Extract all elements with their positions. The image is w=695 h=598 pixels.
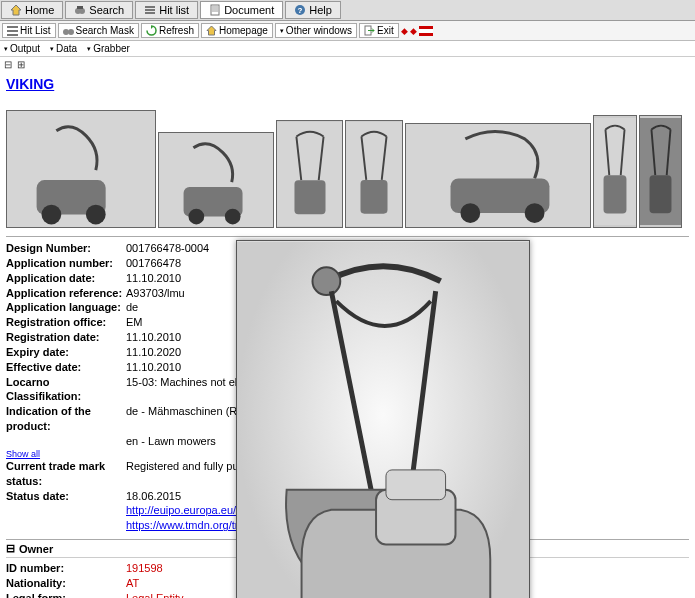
field-label: Application date: xyxy=(6,271,126,286)
svg-rect-37 xyxy=(650,175,672,213)
binoculars-icon xyxy=(74,4,86,16)
tab-search-label: Search xyxy=(89,4,124,16)
field-label: Registration office: xyxy=(6,315,126,330)
tab-home-label: Home xyxy=(25,4,54,16)
chevron-down-icon: ▾ xyxy=(4,45,8,53)
svg-point-21 xyxy=(86,205,106,225)
svg-text:?: ? xyxy=(298,6,303,15)
exit-icon xyxy=(364,25,375,36)
svg-point-39 xyxy=(312,267,340,295)
tab-help-label: Help xyxy=(309,4,332,16)
field-label: Nationality: xyxy=(6,576,126,591)
svg-rect-14 xyxy=(7,34,18,36)
hitlist-button[interactable]: Hit List xyxy=(2,23,56,38)
thumbnail[interactable] xyxy=(6,110,156,228)
other-windows-button[interactable]: ▾ Other windows xyxy=(275,23,357,38)
svg-point-25 xyxy=(225,208,241,224)
field-label: Expiry date: xyxy=(6,345,126,360)
disclosure-row: ⊟ ⊞ xyxy=(0,57,695,72)
external-link[interactable]: http://euipo.europa.eu/eS xyxy=(126,504,250,516)
field-label: Effective date: xyxy=(6,360,126,375)
tab-hitlist[interactable]: Hit list xyxy=(135,1,198,19)
thumbnail[interactable] xyxy=(405,123,591,228)
tab-hitlist-label: Hit list xyxy=(159,4,189,16)
thumbnail-strip xyxy=(6,110,689,228)
owner-heading: Owner xyxy=(19,543,53,555)
svg-point-32 xyxy=(460,203,480,223)
tab-document[interactable]: Document xyxy=(200,1,283,19)
thumbnail[interactable] xyxy=(345,120,403,228)
svg-point-20 xyxy=(42,205,62,225)
help-icon: ? xyxy=(294,4,306,16)
field-label: Current trade mark status: xyxy=(6,459,126,489)
thumbnail[interactable] xyxy=(639,115,682,228)
home-icon xyxy=(10,4,22,16)
svg-rect-2 xyxy=(77,6,83,9)
field-label: Indication of the product: xyxy=(6,404,126,434)
svg-rect-35 xyxy=(604,175,627,213)
field-label: Status date: xyxy=(6,489,126,504)
list-icon xyxy=(144,4,156,16)
field-label: Application reference: xyxy=(6,286,126,301)
field-label xyxy=(6,434,126,449)
refresh-button[interactable]: Refresh xyxy=(141,23,199,38)
marker-icon: ◆ xyxy=(410,26,417,36)
tab-strip: Home Search Hit list Document ? Help xyxy=(0,0,695,21)
homepage-button[interactable]: Homepage xyxy=(201,23,273,38)
image-preview[interactable] xyxy=(236,240,530,598)
svg-rect-4 xyxy=(145,9,155,11)
svg-rect-41 xyxy=(386,470,446,500)
expand-icon[interactable]: ⊞ xyxy=(17,59,25,70)
output-menu[interactable]: ▾Output xyxy=(4,43,40,54)
search-mask-button[interactable]: Search Mask xyxy=(58,23,139,38)
toolbar: Hit List Search Mask Refresh Homepage ▾ … xyxy=(0,21,695,41)
svg-rect-3 xyxy=(145,6,155,8)
marker-icon: ◆ xyxy=(401,26,408,36)
tab-document-label: Document xyxy=(224,4,274,16)
tab-search[interactable]: Search xyxy=(65,1,133,19)
field-label: Locarno Classifikation: xyxy=(6,375,126,405)
chevron-down-icon: ▾ xyxy=(280,27,284,35)
chevron-down-icon: ▾ xyxy=(87,45,91,53)
tab-help[interactable]: ? Help xyxy=(285,1,341,19)
flag-icon xyxy=(419,26,433,36)
list-icon xyxy=(7,25,18,36)
svg-rect-5 xyxy=(145,12,155,14)
collapse-icon[interactable]: ⊟ xyxy=(6,542,15,555)
field-label: ID number: xyxy=(6,561,126,576)
binoculars-icon xyxy=(63,25,74,36)
field-label: Design Number: xyxy=(6,241,126,256)
thumbnail[interactable] xyxy=(593,115,637,228)
svg-point-33 xyxy=(525,203,545,223)
collapse-icon[interactable]: ⊟ xyxy=(4,59,12,70)
thumbnail[interactable] xyxy=(276,120,343,228)
thumbnail[interactable] xyxy=(158,132,274,228)
svg-rect-29 xyxy=(360,180,387,214)
home-icon xyxy=(206,25,217,36)
document-content: VIKING Design Number:001766478-0004Appli… xyxy=(0,72,695,598)
svg-point-16 xyxy=(68,29,74,35)
chevron-down-icon: ▾ xyxy=(50,45,54,53)
field-label: Application language: xyxy=(6,300,126,315)
sub-toolbar: ▾Output ▾Data ▾Grabber xyxy=(0,41,695,57)
tab-home[interactable]: Home xyxy=(1,1,63,19)
svg-point-24 xyxy=(188,208,204,224)
document-icon xyxy=(209,4,221,16)
external-link[interactable]: https://www.tmdn.org/tm xyxy=(126,519,244,531)
field-label: Registration date: xyxy=(6,330,126,345)
svg-rect-12 xyxy=(7,26,18,28)
record-title[interactable]: VIKING xyxy=(6,76,54,92)
exit-button[interactable]: Exit xyxy=(359,23,399,38)
svg-rect-13 xyxy=(7,30,18,32)
svg-rect-27 xyxy=(294,180,325,214)
data-menu[interactable]: ▾Data xyxy=(50,43,77,54)
grabber-menu[interactable]: ▾Grabber xyxy=(87,43,130,54)
field-label: Legal form: xyxy=(6,591,126,598)
refresh-icon xyxy=(146,25,157,36)
field-label: Application number: xyxy=(6,256,126,271)
